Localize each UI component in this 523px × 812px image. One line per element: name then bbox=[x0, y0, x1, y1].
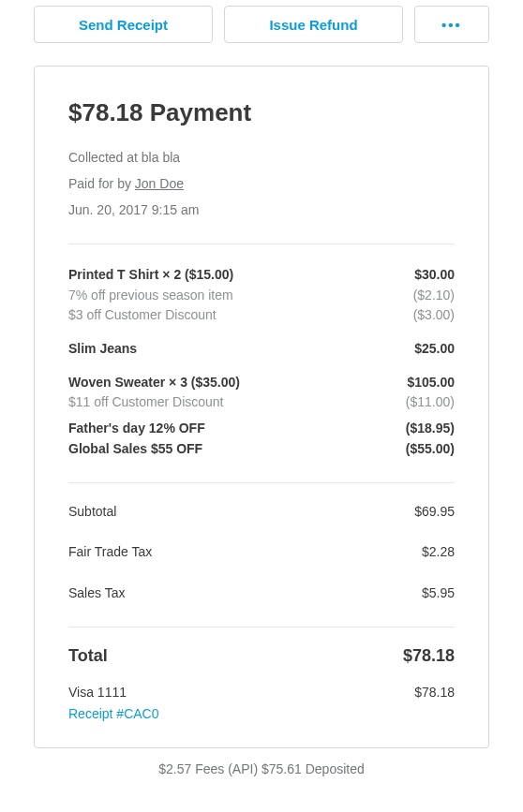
discount-amount: ($11.00) bbox=[406, 392, 455, 413]
receipt-link[interactable]: Receipt #CAC0 bbox=[68, 706, 455, 721]
order-discount-label: Father's day 12% OFF bbox=[68, 419, 205, 439]
payment-title: $78.18 Payment bbox=[68, 98, 455, 127]
subtotal-label: Subtotal bbox=[68, 502, 116, 523]
line-item: Woven Sweater × 3 ($35.00)$105.00$11 off… bbox=[68, 373, 455, 413]
item-amount: $25.00 bbox=[414, 339, 455, 360]
order-discount-label: Global Sales $55 OFF bbox=[68, 439, 202, 460]
order-discounts: Father's day 12% OFF($18.95)Global Sales… bbox=[68, 419, 455, 459]
line-item-main: Woven Sweater × 3 ($35.00)$105.00 bbox=[68, 373, 455, 393]
item-name: Woven Sweater × 3 ($35.00) bbox=[68, 373, 240, 393]
tax-label: Fair Trade Tax bbox=[68, 542, 152, 563]
collected-prefix: Collected at bbox=[68, 150, 142, 165]
fees-deposited-footer: $2.57 Fees (API) $75.61 Deposited bbox=[34, 761, 489, 776]
paid-prefix: Paid for by bbox=[68, 176, 135, 191]
item-name: Slim Jeans bbox=[68, 339, 137, 360]
tender-section: Visa 1111 $78.18 Receipt #CAC0 bbox=[68, 683, 455, 722]
tender-method: Visa 1111 bbox=[68, 683, 127, 703]
payment-datetime: Jun. 20, 2017 9:15 am bbox=[68, 202, 455, 217]
grand-total-amount: $78.18 bbox=[403, 646, 455, 666]
line-item-discount: $3 off Customer Discount($3.00) bbox=[68, 305, 455, 326]
subtotal-amount: $69.95 bbox=[414, 502, 455, 523]
discount-amount: ($2.10) bbox=[413, 286, 455, 306]
collected-at-line: Collected at bla bla bbox=[68, 150, 455, 165]
action-bar: Send Receipt Issue Refund ••• bbox=[34, 6, 489, 43]
grand-total-label: Total bbox=[68, 646, 108, 666]
collected-location: bla bla bbox=[142, 150, 180, 165]
divider bbox=[68, 482, 455, 483]
line-items: Printed T Shirt × 2 ($15.00)$30.007% off… bbox=[68, 265, 455, 413]
order-discount-amount: ($18.95) bbox=[406, 419, 455, 439]
tender-row: Visa 1111 $78.18 bbox=[68, 683, 455, 703]
tax-label: Sales Tax bbox=[68, 583, 125, 604]
line-item-discount: 7% off previous season item($2.10) bbox=[68, 286, 455, 306]
tax-row: Fair Trade Tax $2.28 bbox=[68, 542, 455, 563]
paid-by-line: Paid for by Jon Doe bbox=[68, 176, 455, 191]
payer-link[interactable]: Jon Doe bbox=[135, 176, 184, 191]
discount-label: $11 off Customer Discount bbox=[68, 392, 224, 413]
discount-label: 7% off previous season item bbox=[68, 286, 233, 306]
subtotal-row: Subtotal $69.95 bbox=[68, 502, 455, 523]
line-item-discount: $11 off Customer Discount($11.00) bbox=[68, 392, 455, 413]
totals-section: Subtotal $69.95 Fair Trade Tax $2.28 Sal… bbox=[68, 502, 455, 604]
tender-amount: $78.18 bbox=[414, 683, 455, 703]
tax-amount: $5.95 bbox=[422, 583, 455, 604]
order-discount-row: Father's day 12% OFF($18.95) bbox=[68, 419, 455, 439]
tax-amount: $2.28 bbox=[422, 542, 455, 563]
item-name: Printed T Shirt × 2 ($15.00) bbox=[68, 265, 233, 286]
send-receipt-button[interactable]: Send Receipt bbox=[34, 6, 213, 43]
item-amount: $105.00 bbox=[407, 373, 455, 393]
issue-refund-button[interactable]: Issue Refund bbox=[224, 6, 403, 43]
order-discount-row: Global Sales $55 OFF($55.00) bbox=[68, 439, 455, 460]
divider bbox=[68, 627, 455, 627]
more-actions-button[interactable]: ••• bbox=[414, 6, 489, 43]
line-item: Printed T Shirt × 2 ($15.00)$30.007% off… bbox=[68, 265, 455, 326]
line-item-main: Slim Jeans$25.00 bbox=[68, 339, 455, 360]
tax-row: Sales Tax $5.95 bbox=[68, 583, 455, 604]
item-amount: $30.00 bbox=[414, 265, 455, 286]
order-discount-amount: ($55.00) bbox=[406, 439, 455, 460]
divider bbox=[68, 244, 455, 244]
grand-total-row: Total $78.18 bbox=[68, 646, 455, 666]
receipt-card: $78.18 Payment Collected at bla bla Paid… bbox=[34, 66, 489, 748]
line-item: Slim Jeans$25.00 bbox=[68, 339, 455, 360]
discount-amount: ($3.00) bbox=[413, 305, 455, 326]
line-item-main: Printed T Shirt × 2 ($15.00)$30.00 bbox=[68, 265, 455, 286]
discount-label: $3 off Customer Discount bbox=[68, 305, 217, 326]
